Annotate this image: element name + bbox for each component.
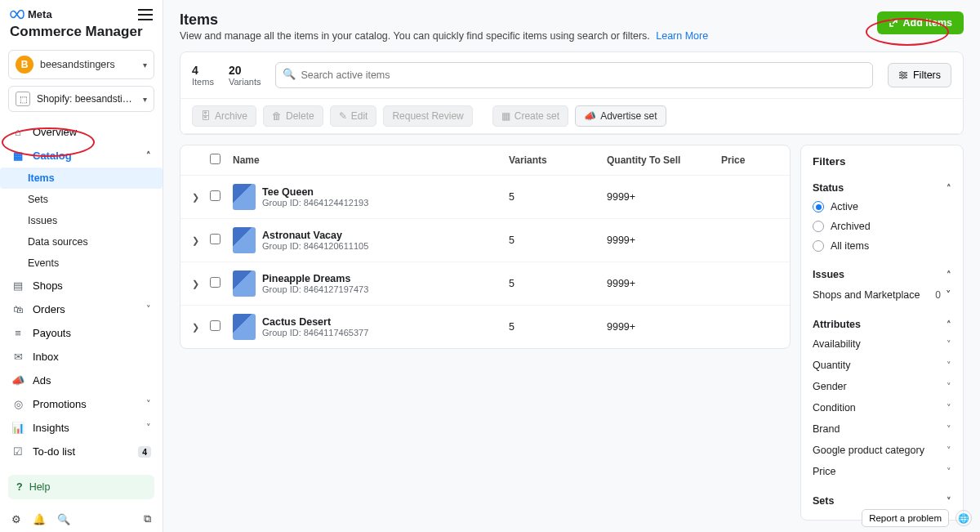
nav-overview[interactable]: ⌂ Overview [0,120,163,144]
add-items-button[interactable]: Add items [877,11,964,34]
nav-label: To-do list [33,445,75,458]
attribute-filter[interactable]: Condition˅ [813,397,951,418]
search-input[interactable] [275,62,873,88]
chevron-down-icon: ˅ [947,403,951,414]
sliders-icon [898,70,908,80]
svg-point-2 [902,77,904,79]
expand-row-icon[interactable]: ❯ [192,192,210,203]
attribute-filter[interactable]: Google product category˅ [813,440,951,461]
nav-catalog-issues[interactable]: Issues [0,210,163,231]
gear-icon[interactable]: ⚙ [11,513,21,525]
search-field[interactable]: 🔍 [275,62,873,88]
status-option[interactable]: All items [813,236,951,256]
search-icon[interactable]: 🔍 [57,513,70,525]
attributes-section-toggle[interactable]: Attributes ˄ [813,312,951,333]
nav-catalog-data-sources[interactable]: Data sources [0,231,163,253]
page-title: Items [180,11,708,29]
chevron-down-icon: ˅ [947,382,951,392]
sets-section-toggle[interactable]: Sets ˅ [813,489,951,510]
nav-orders[interactable]: 🛍 Orders ˅ [0,297,163,321]
nav-insights[interactable]: 📊 Insights ˅ [0,416,163,440]
table-row[interactable]: ❯Astronaut VacayGroup ID: 84641206111055… [180,219,790,262]
cell-qty: 9999+ [607,321,721,333]
nav-promotions[interactable]: ◎ Promotions ˅ [0,392,163,416]
product-name: Astronaut Vacay [262,230,368,241]
nav-ads[interactable]: 📣 Ads [0,369,163,392]
chevron-down-icon: ˅ [146,422,151,433]
cell-variants: 5 [509,235,607,246]
product-thumbnail [233,184,256,210]
expand-row-icon[interactable]: ❯ [192,279,210,289]
product-thumbnail [233,227,256,253]
account-selector[interactable]: B beesandstingers ▾ [8,50,154,79]
expand-row-icon[interactable]: ❯ [192,322,210,333]
nav-label: Shops [33,279,63,292]
bell-icon[interactable]: 🔔 [33,513,46,525]
add-items-label: Add items [903,17,952,29]
nav-catalog-items[interactable]: Items [0,168,163,189]
inbox-icon: ✉ [11,351,24,363]
store-icon: ▤ [11,279,24,292]
table-row[interactable]: ❯Pineapple DreamsGroup ID: 8464127197473… [180,262,790,306]
cell-variants: 5 [509,278,607,289]
product-group-id: Group ID: 8464120611105 [262,241,368,251]
delete-button: 🗑Delete [263,105,323,127]
help-icon: ? [16,481,23,493]
attribute-filter[interactable]: Brand˅ [813,418,951,440]
row-checkbox[interactable] [210,190,220,201]
col-variants[interactable]: Variants [509,154,607,166]
help-button[interactable]: ? Help [8,475,154,499]
product-thumbnail [233,270,256,297]
product-title: Commerce Manager [0,24,163,47]
nav-payouts[interactable]: ≡ Payouts [0,321,163,345]
row-checkbox[interactable] [210,320,220,331]
status-option[interactable]: Archived [813,217,951,236]
edit-button: ✎Edit [330,105,377,127]
attribute-filter[interactable]: Availability˅ [813,333,951,355]
nav-label: Catalog [33,150,72,162]
search-icon: 🔍 [283,68,296,80]
col-qty[interactable]: Quantity To Sell [607,154,721,166]
chevron-up-icon: ˄ [947,320,951,330]
nav-shops[interactable]: ▤ Shops [0,274,163,297]
nav-todo[interactable]: ☑ To-do list 4 [0,440,163,463]
advertise-set-button[interactable]: 📣Advertise set [575,105,666,127]
attribute-filter[interactable]: Quantity˅ [813,355,951,376]
create-set-button: ▦Create set [492,105,568,127]
todo-badge: 4 [138,446,151,458]
chevron-up-icon: ˄ [146,150,151,161]
report-problem-button[interactable]: Report a problem [862,509,949,527]
nav-catalog-sets[interactable]: Sets [0,189,163,210]
col-price[interactable]: Price [721,154,778,166]
nav-catalog[interactable]: ▦ Catalog ˄ [0,144,163,168]
issues-row[interactable]: Shops and Marketplace 0 ˅ [813,284,951,306]
globe-icon[interactable]: 🌐 [956,510,972,526]
cell-variants: 5 [509,191,607,203]
filters-button[interactable]: Filters [888,63,951,87]
nav-inbox[interactable]: ✉ Inbox [0,345,163,369]
col-name[interactable]: Name [233,154,509,166]
table-row[interactable]: ❯Cactus DesertGroup ID: 8464117465377599… [180,306,790,348]
attribute-filter[interactable]: Gender˅ [813,376,951,397]
status-section-toggle[interactable]: Status ˄ [813,176,951,197]
expand-row-icon[interactable]: ❯ [192,235,210,246]
nav-catalog-events[interactable]: Events [0,253,163,274]
external-icon [889,18,898,28]
shop-label: Shopify: beesandstingers 16… [37,93,136,105]
panel-toggle-icon[interactable]: ⧉ [144,512,151,525]
table-row[interactable]: ❯Tee QueenGroup ID: 846412441219359999+ [180,176,790,219]
status-option[interactable]: Active [813,197,951,217]
row-checkbox[interactable] [210,277,220,288]
attribute-filter[interactable]: Price˅ [813,461,951,482]
chevron-down-icon: ▾ [143,60,147,69]
learn-more-link[interactable]: Learn More [656,30,708,42]
row-checkbox[interactable] [210,234,220,244]
select-all-checkbox[interactable] [210,154,220,164]
hamburger-icon[interactable] [138,9,153,20]
svg-point-0 [901,72,903,74]
pencil-icon: ✎ [339,110,347,122]
shop-selector[interactable]: ⬚ Shopify: beesandstingers 16… ▾ [8,86,154,112]
issues-section-toggle[interactable]: Issues ˄ [813,262,951,284]
nav-settings[interactable]: ⚙ Settings [0,463,163,468]
archive-button: 🗄Archive [192,105,256,127]
